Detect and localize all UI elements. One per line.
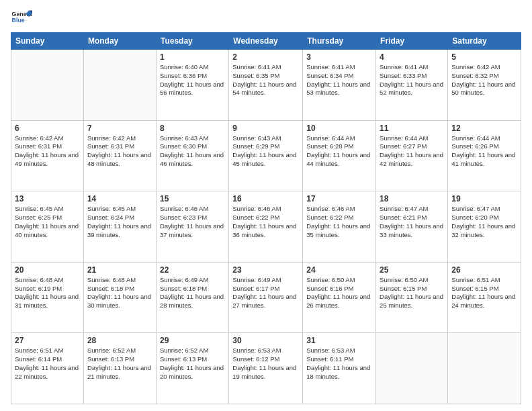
week-row-3: 13Sunrise: 6:45 AMSunset: 6:25 PMDayligh… [11,191,521,263]
day-info: Sunrise: 6:47 AMSunset: 6:20 PMDaylight:… [451,205,517,239]
day-number: 12 [451,124,517,133]
day-number: 30 [232,336,299,345]
day-info: Sunrise: 6:41 AMSunset: 6:33 PMDaylight:… [380,63,444,97]
weekday-thursday: Thursday [303,33,376,50]
weekday-friday: Friday [376,33,448,50]
day-info: Sunrise: 6:45 AMSunset: 6:24 PMDaylight:… [87,205,152,239]
day-cell: 6Sunrise: 6:42 AMSunset: 6:31 PMDaylight… [11,120,84,191]
day-cell: 8Sunrise: 6:43 AMSunset: 6:30 PMDaylight… [156,120,228,191]
logo: General Blue [11,8,32,27]
day-info: Sunrise: 6:46 AMSunset: 6:22 PMDaylight:… [232,205,299,239]
week-row-5: 27Sunrise: 6:51 AMSunset: 6:14 PMDayligh… [11,333,521,404]
day-number: 27 [15,336,80,345]
day-cell [83,50,156,121]
day-cell [376,333,448,404]
day-cell: 15Sunrise: 6:46 AMSunset: 6:23 PMDayligh… [156,191,228,263]
day-info: Sunrise: 6:46 AMSunset: 6:22 PMDaylight:… [306,205,372,239]
day-number: 17 [306,194,372,203]
weekday-header-row: SundayMondayTuesdayWednesdayThursdayFrid… [11,33,521,50]
day-number: 26 [451,265,517,275]
day-number: 28 [87,336,152,345]
day-number: 1 [160,52,225,62]
day-number: 14 [87,194,152,203]
day-cell: 10Sunrise: 6:44 AMSunset: 6:28 PMDayligh… [303,120,376,191]
day-cell: 2Sunrise: 6:41 AMSunset: 6:35 PMDaylight… [229,50,303,121]
day-info: Sunrise: 6:52 AMSunset: 6:13 PMDaylight:… [87,347,152,381]
day-info: Sunrise: 6:45 AMSunset: 6:25 PMDaylight:… [15,205,80,239]
page: General Blue SundayMondayTuesdayWednesda… [0,0,532,411]
day-cell: 29Sunrise: 6:52 AMSunset: 6:13 PMDayligh… [156,333,228,404]
day-info: Sunrise: 6:49 AMSunset: 6:18 PMDaylight:… [160,276,225,310]
day-cell [448,333,521,404]
day-cell: 3Sunrise: 6:41 AMSunset: 6:34 PMDaylight… [303,50,376,121]
day-info: Sunrise: 6:42 AMSunset: 6:32 PMDaylight:… [451,63,517,97]
day-number: 23 [232,265,299,275]
week-row-4: 20Sunrise: 6:48 AMSunset: 6:19 PMDayligh… [11,262,521,333]
day-cell: 27Sunrise: 6:51 AMSunset: 6:14 PMDayligh… [11,333,84,404]
day-cell: 13Sunrise: 6:45 AMSunset: 6:25 PMDayligh… [11,191,84,263]
day-info: Sunrise: 6:51 AMSunset: 6:14 PMDaylight:… [15,347,80,381]
day-number: 25 [380,265,444,275]
svg-text:Blue: Blue [12,17,25,24]
day-number: 21 [87,265,152,275]
day-number: 15 [160,194,225,203]
day-number: 10 [306,124,372,133]
day-number: 29 [160,336,225,345]
day-number: 5 [451,52,517,62]
day-info: Sunrise: 6:46 AMSunset: 6:23 PMDaylight:… [160,205,225,239]
day-cell: 20Sunrise: 6:48 AMSunset: 6:19 PMDayligh… [11,262,84,333]
day-cell: 4Sunrise: 6:41 AMSunset: 6:33 PMDaylight… [376,50,448,121]
day-number: 2 [232,52,299,62]
day-info: Sunrise: 6:50 AMSunset: 6:15 PMDaylight:… [380,276,444,310]
day-number: 6 [15,124,80,133]
day-info: Sunrise: 6:41 AMSunset: 6:35 PMDaylight:… [232,63,299,97]
day-cell [11,50,84,121]
day-cell: 12Sunrise: 6:44 AMSunset: 6:26 PMDayligh… [448,120,521,191]
day-info: Sunrise: 6:41 AMSunset: 6:34 PMDaylight:… [306,63,372,97]
day-info: Sunrise: 6:42 AMSunset: 6:31 PMDaylight:… [15,134,80,169]
day-number: 13 [15,194,80,203]
day-number: 22 [160,265,225,275]
day-info: Sunrise: 6:48 AMSunset: 6:18 PMDaylight:… [87,276,152,310]
day-number: 9 [232,124,299,133]
day-info: Sunrise: 6:47 AMSunset: 6:21 PMDaylight:… [380,205,444,239]
day-cell: 21Sunrise: 6:48 AMSunset: 6:18 PMDayligh… [83,262,156,333]
day-cell: 16Sunrise: 6:46 AMSunset: 6:22 PMDayligh… [229,191,303,263]
day-info: Sunrise: 6:52 AMSunset: 6:13 PMDaylight:… [160,347,225,381]
day-info: Sunrise: 6:49 AMSunset: 6:17 PMDaylight:… [232,276,299,310]
day-info: Sunrise: 6:40 AMSunset: 6:36 PMDaylight:… [160,63,225,97]
day-cell: 24Sunrise: 6:50 AMSunset: 6:16 PMDayligh… [303,262,376,333]
weekday-monday: Monday [83,33,156,50]
day-number: 24 [306,265,372,275]
day-number: 7 [87,124,152,133]
day-info: Sunrise: 6:44 AMSunset: 6:28 PMDaylight:… [306,134,372,169]
day-number: 31 [306,336,372,345]
day-number: 8 [160,124,225,133]
calendar-table: SundayMondayTuesdayWednesdayThursdayFrid… [11,32,521,404]
weekday-saturday: Saturday [448,33,521,50]
day-number: 19 [451,194,517,203]
day-info: Sunrise: 6:48 AMSunset: 6:19 PMDaylight:… [15,276,80,310]
day-cell: 1Sunrise: 6:40 AMSunset: 6:36 PMDaylight… [156,50,228,121]
day-cell: 17Sunrise: 6:46 AMSunset: 6:22 PMDayligh… [303,191,376,263]
day-info: Sunrise: 6:44 AMSunset: 6:27 PMDaylight:… [380,134,444,169]
day-info: Sunrise: 6:50 AMSunset: 6:16 PMDaylight:… [306,276,372,310]
weekday-tuesday: Tuesday [156,33,228,50]
day-number: 4 [380,52,444,62]
day-info: Sunrise: 6:51 AMSunset: 6:15 PMDaylight:… [451,276,517,310]
day-cell: 18Sunrise: 6:47 AMSunset: 6:21 PMDayligh… [376,191,448,263]
day-cell: 9Sunrise: 6:43 AMSunset: 6:29 PMDaylight… [229,120,303,191]
weekday-wednesday: Wednesday [229,33,303,50]
day-cell: 14Sunrise: 6:45 AMSunset: 6:24 PMDayligh… [83,191,156,263]
day-number: 3 [306,52,372,62]
day-info: Sunrise: 6:43 AMSunset: 6:30 PMDaylight:… [160,134,225,169]
day-cell: 25Sunrise: 6:50 AMSunset: 6:15 PMDayligh… [376,262,448,333]
day-cell: 26Sunrise: 6:51 AMSunset: 6:15 PMDayligh… [448,262,521,333]
day-number: 20 [15,265,80,275]
day-number: 16 [232,194,299,203]
day-cell: 19Sunrise: 6:47 AMSunset: 6:20 PMDayligh… [448,191,521,263]
day-cell: 30Sunrise: 6:53 AMSunset: 6:12 PMDayligh… [229,333,303,404]
logo-icon: General Blue [11,8,32,27]
week-row-1: 1Sunrise: 6:40 AMSunset: 6:36 PMDaylight… [11,50,521,121]
day-info: Sunrise: 6:53 AMSunset: 6:11 PMDaylight:… [306,347,372,381]
